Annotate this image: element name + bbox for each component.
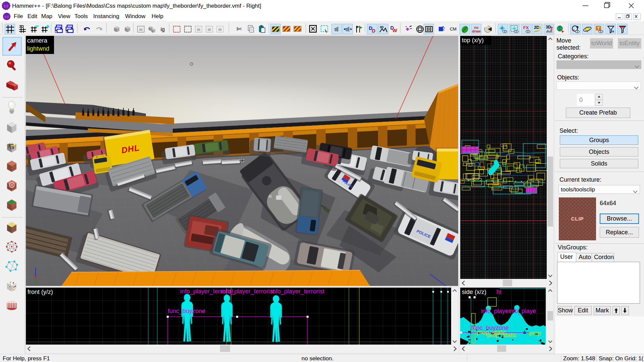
svg-text:ht: ht — [496, 289, 501, 295]
svg-text:prop: prop — [529, 330, 541, 337]
svg-text:side (x/z): side (x/z) — [462, 289, 486, 295]
svg-text:prop_static: prop_static — [487, 332, 517, 339]
svg-text:camera: camera — [27, 37, 48, 44]
svg-text:✄: ✄ — [236, 25, 242, 33]
svg-text:info_player_terrorist: info_player_terrorist — [271, 288, 324, 295]
svg-text:L: L — [55, 29, 57, 33]
svg-text:top (x/y): top (x/y) — [462, 37, 484, 44]
svg-text:func_buyzone: func_buyzone — [168, 308, 205, 315]
svg-text:front (y/z): front (y/z) — [28, 289, 53, 295]
svg-text:T: T — [597, 26, 600, 30]
svg-text:CM: CM — [450, 26, 457, 32]
svg-text:W: W — [392, 27, 397, 33]
svg-text:info_player_terrorist: info_player_terrorist — [221, 288, 274, 295]
svg-text:FX: FX — [523, 25, 529, 30]
svg-text:D: D — [372, 28, 376, 34]
svg-text:tl: tl — [345, 26, 348, 32]
svg-text:draw: draw — [472, 29, 481, 33]
svg-text:info_playeinfo_playe: info_playeinfo_playe — [481, 308, 536, 315]
svg-text:ig: ig — [161, 26, 165, 32]
svg-text:3D: 3D — [546, 25, 551, 29]
svg-text:tl: tl — [334, 26, 337, 32]
svg-text:S: S — [65, 29, 68, 33]
svg-text:3D: 3D — [380, 25, 384, 29]
svg-text:lightwnd: lightwnd — [27, 45, 49, 52]
